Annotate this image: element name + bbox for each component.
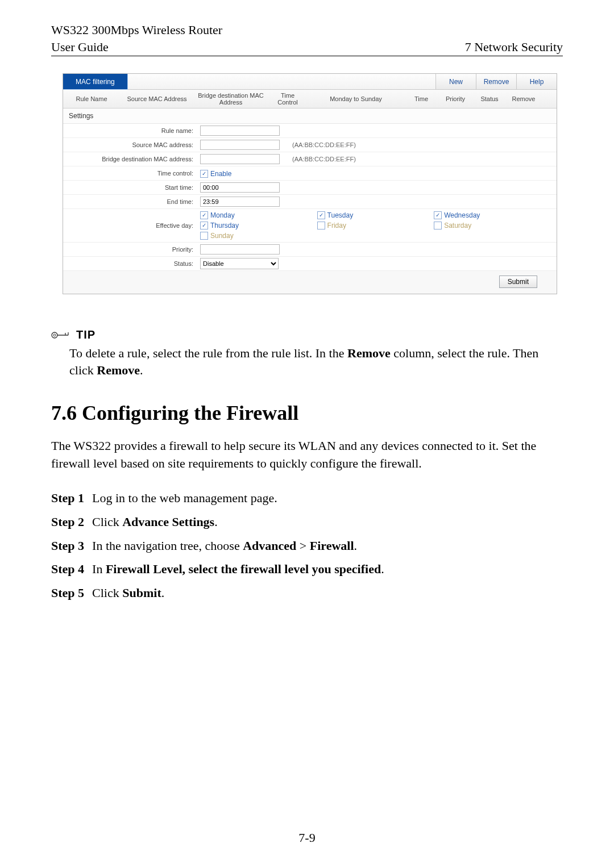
wednesday-checkbox[interactable]: ✓Wednesday: [434, 211, 542, 219]
label-start-time: Start time:: [63, 182, 198, 193]
bridge-mac-input[interactable]: [200, 154, 280, 164]
label-effective-day: Effective day:: [63, 220, 198, 231]
label-status: Status:: [63, 258, 198, 269]
friday-checkbox[interactable]: Friday: [317, 222, 425, 229]
tuesday-checkbox[interactable]: ✓Tuesday: [317, 211, 425, 219]
rule-name-input[interactable]: [200, 126, 280, 136]
intro-paragraph: The WS322 provides a firewall to help se…: [51, 437, 563, 473]
col-status: Status: [472, 93, 507, 105]
settings-section-label: Settings: [63, 108, 557, 124]
panel-tab-row: MAC filtering New Remove Help: [63, 74, 557, 90]
label-time-control: Time control:: [63, 168, 198, 178]
monday-checkbox[interactable]: ✓Monday: [200, 211, 308, 219]
header-row: User Guide 7 Network Security: [51, 40, 563, 56]
submit-button[interactable]: Submit: [499, 276, 537, 288]
col-mon-sun: Monday to Sunday: [308, 93, 404, 105]
tip-heading: TIP: [51, 328, 563, 341]
label-bridge-mac: Bridge destination MAC address:: [63, 154, 198, 164]
svg-point-0: [52, 332, 57, 338]
status-select[interactable]: Disable: [200, 258, 279, 269]
tab-gap: [128, 74, 435, 90]
src-mac-input[interactable]: [200, 140, 280, 150]
label-end-time: End time:: [63, 197, 198, 207]
tip-block: TIP To delete a rule, select the rule fr…: [51, 328, 563, 378]
steps-list: Step 1 Log in to the web management page…: [51, 486, 563, 605]
svg-point-1: [53, 334, 56, 336]
step-3: Step 3 In the navigation tree, choose Ad…: [51, 534, 563, 558]
step-1: Step 1 Log in to the web management page…: [51, 486, 563, 510]
settings-form: Rule name: Source MAC address: (AA:BB:CC…: [63, 124, 557, 271]
bridge-mac-format-hint: (AA:BB:CC:DD:EE:FF): [288, 155, 360, 164]
thursday-checkbox[interactable]: ✓Thursday: [200, 222, 308, 229]
label-src-mac: Source MAC address:: [63, 140, 198, 150]
enable-checkbox[interactable]: ✓Enable: [200, 170, 231, 178]
step-4: Step 4 In Firewall Level, select the fir…: [51, 557, 563, 581]
effective-day-grid: ✓Monday ✓Thursday Sunday ✓Tuesday Friday…: [198, 209, 557, 242]
new-button[interactable]: New: [435, 74, 476, 90]
col-time: Time: [404, 93, 438, 105]
tip-text: To delete a rule, select the rule from t…: [69, 345, 563, 378]
rule-table-header: Rule Name Source MAC Address Bridge dest…: [63, 90, 557, 108]
label-rule-name: Rule name:: [63, 126, 198, 136]
priority-input[interactable]: [200, 244, 280, 254]
col-time-ctrl: Time Control: [268, 90, 308, 108]
remove-button[interactable]: Remove: [476, 74, 516, 90]
col-remove: Remove: [507, 93, 541, 105]
key-icon: [51, 331, 70, 340]
col-bridge-mac: Bridge destination MAC Address: [194, 90, 268, 108]
page-number: 7-9: [0, 831, 614, 845]
col-rule-name: Rule Name: [63, 93, 120, 105]
header-doc: User Guide: [51, 40, 109, 55]
col-src-mac: Source MAC Address: [120, 93, 194, 105]
header-chapter: 7 Network Security: [465, 40, 563, 55]
help-button[interactable]: Help: [516, 74, 557, 90]
tip-label: TIP: [76, 328, 96, 341]
tab-mac-filtering[interactable]: MAC filtering: [63, 74, 128, 90]
document-page: WS322 300Mbps Wireless Router User Guide…: [0, 0, 614, 868]
start-time-input[interactable]: [200, 182, 280, 193]
col-priority: Priority: [438, 93, 472, 105]
src-mac-format-hint: (AA:BB:CC:DD:EE:FF): [288, 140, 360, 149]
mac-filtering-panel: MAC filtering New Remove Help Rule Name …: [63, 73, 557, 294]
sunday-checkbox[interactable]: Sunday: [200, 232, 308, 240]
section-heading: 7.6 Configuring the Firewall: [51, 401, 563, 425]
label-priority: Priority:: [63, 244, 198, 254]
header-product: WS322 300Mbps Wireless Router: [51, 23, 563, 37]
step-5: Step 5 Click Submit.: [51, 581, 563, 605]
submit-bar: Submit: [63, 271, 557, 294]
end-time-input[interactable]: [200, 197, 280, 207]
saturday-checkbox[interactable]: Saturday: [434, 222, 542, 229]
step-2: Step 2 Click Advance Settings.: [51, 510, 563, 534]
